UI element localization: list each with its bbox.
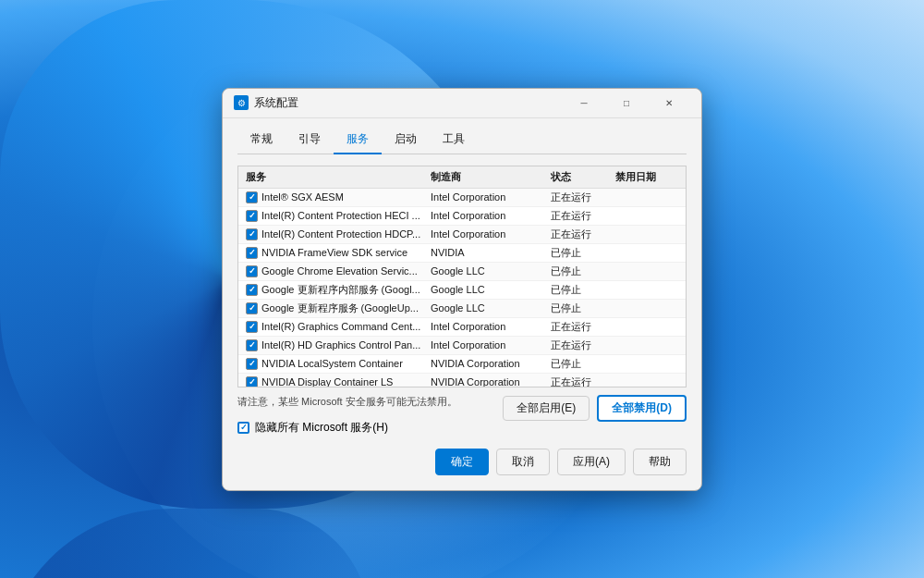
apply-button[interactable]: 应用(A) bbox=[557, 449, 626, 475]
service-name-cell: Google Chrome Elevation Servic... bbox=[246, 265, 431, 277]
table-row[interactable]: Intel(R) Content Protection HECI ... Int… bbox=[238, 207, 686, 226]
service-status-cell: 已停止 bbox=[551, 301, 615, 315]
cancel-button[interactable]: 取消 bbox=[496, 449, 550, 475]
minimize-button[interactable]: ─ bbox=[563, 88, 605, 117]
service-name-cell: Intel(R) HD Graphics Control Pan... bbox=[246, 339, 431, 351]
tab-tools[interactable]: 工具 bbox=[430, 126, 478, 154]
title-bar: ⚙ 系统配置 ─ □ ✕ bbox=[223, 89, 701, 118]
service-name-cell: Intel® SGX AESM bbox=[246, 191, 431, 203]
table-row[interactable]: Google Chrome Elevation Servic... Google… bbox=[238, 263, 686, 281]
enable-all-button[interactable]: 全部启用(E) bbox=[503, 396, 590, 421]
table-row[interactable]: Google 更新程序内部服务 (Googl... Google LLC 已停止 bbox=[238, 281, 686, 300]
service-status-cell: 已停止 bbox=[551, 283, 615, 297]
table-row[interactable]: Google 更新程序服务 (GoogleUp... Google LLC 已停… bbox=[238, 300, 686, 318]
service-rows-container: Intel® SGX AESM Intel Corporation 正在运行 I… bbox=[238, 189, 686, 387]
maximize-button[interactable]: □ bbox=[605, 88, 648, 117]
disable-all-button[interactable]: 全部禁用(D) bbox=[597, 395, 687, 422]
table-row[interactable]: Intel® SGX AESM Intel Corporation 正在运行 bbox=[238, 189, 686, 207]
service-name-cell: Intel(R) Content Protection HECI ... bbox=[246, 210, 431, 222]
service-checkbox[interactable] bbox=[246, 302, 258, 314]
service-checkbox[interactable] bbox=[246, 358, 258, 370]
service-status-cell: 正在运行 bbox=[551, 191, 615, 204]
service-status-cell: 已停止 bbox=[551, 246, 615, 260]
dialog-title: 系统配置 bbox=[254, 95, 563, 111]
service-vendor-cell: Google LLC bbox=[431, 284, 551, 295]
service-checkbox[interactable] bbox=[246, 247, 258, 259]
col-vendor: 制造商 bbox=[431, 170, 551, 184]
dialog-icon: ⚙ bbox=[234, 95, 249, 110]
hide-microsoft-checkbox[interactable] bbox=[237, 422, 249, 434]
service-vendor-cell: Intel Corporation bbox=[431, 339, 551, 350]
service-status-cell: 正在运行 bbox=[551, 228, 615, 241]
service-checkbox[interactable] bbox=[246, 339, 258, 351]
tab-boot[interactable]: 引导 bbox=[286, 126, 334, 154]
service-checkbox[interactable] bbox=[246, 210, 258, 222]
service-name-cell: NVIDIA LocalSystem Container bbox=[246, 358, 431, 370]
tab-bar: 常规 引导 服务 启动 工具 bbox=[237, 126, 687, 154]
notice-text: 请注意，某些 Microsoft 安全服务可能无法禁用。 全部启用(E) 全部禁… bbox=[237, 395, 687, 409]
col-status: 状态 bbox=[551, 170, 615, 184]
col-service: 服务 bbox=[246, 170, 431, 184]
service-checkbox[interactable] bbox=[246, 265, 258, 277]
table-row[interactable]: NVIDIA Display Container LS NVIDIA Corpo… bbox=[238, 374, 686, 387]
table-row[interactable]: Intel(R) Content Protection HDCP... Inte… bbox=[238, 226, 686, 244]
service-vendor-cell: Google LLC bbox=[431, 265, 551, 277]
tab-startup[interactable]: 启动 bbox=[382, 126, 430, 154]
service-status-cell: 正在运行 bbox=[551, 375, 615, 387]
service-name-cell: Intel(R) Content Protection HDCP... bbox=[246, 228, 431, 240]
ok-button[interactable]: 确定 bbox=[435, 449, 489, 475]
service-status-cell: 已停止 bbox=[551, 357, 615, 371]
service-status-cell: 已停止 bbox=[551, 264, 615, 278]
service-name-cell: Google 更新程序服务 (GoogleUp... bbox=[246, 301, 431, 315]
service-status-cell: 正在运行 bbox=[551, 209, 615, 223]
service-vendor-cell: NVIDIA Corporation bbox=[431, 376, 551, 387]
service-vendor-cell: NVIDIA bbox=[431, 247, 551, 258]
dialog-overlay: ⚙ 系统配置 ─ □ ✕ 常规 引导 服务 启动 工具 服务 制造商 bbox=[0, 0, 924, 578]
services-table: 服务 制造商 状态 禁用日期 Intel® SGX AESM Intel Cor… bbox=[237, 166, 687, 387]
close-button[interactable]: ✕ bbox=[648, 88, 690, 117]
table-header: 服务 制造商 状态 禁用日期 bbox=[238, 166, 686, 189]
service-vendor-cell: Intel Corporation bbox=[431, 210, 551, 221]
service-name-cell: Google 更新程序内部服务 (Googl... bbox=[246, 283, 431, 297]
col-disabled: 禁用日期 bbox=[615, 170, 687, 184]
service-checkbox[interactable] bbox=[246, 191, 258, 203]
table-row[interactable]: NVIDIA LocalSystem Container NVIDIA Corp… bbox=[238, 355, 686, 374]
service-vendor-cell: Google LLC bbox=[431, 302, 551, 314]
table-row[interactable]: NVIDIA FrameView SDK service NVIDIA 已停止 bbox=[238, 244, 686, 263]
service-vendor-cell: Intel Corporation bbox=[431, 191, 551, 203]
service-status-cell: 正在运行 bbox=[551, 338, 615, 352]
system-config-dialog: ⚙ 系统配置 ─ □ ✕ 常规 引导 服务 启动 工具 服务 制造商 bbox=[222, 88, 702, 491]
service-checkbox[interactable] bbox=[246, 228, 258, 240]
service-checkbox[interactable] bbox=[246, 284, 258, 296]
service-vendor-cell: Intel Corporation bbox=[431, 228, 551, 240]
service-vendor-cell: NVIDIA Corporation bbox=[431, 358, 551, 369]
table-row[interactable]: Intel(R) Graphics Command Cent... Intel … bbox=[238, 318, 686, 337]
hide-microsoft-row: 隐藏所有 Microsoft 服务(H) bbox=[237, 420, 503, 436]
table-row[interactable]: Intel(R) HD Graphics Control Pan... Inte… bbox=[238, 337, 686, 355]
dialog-footer: 确定 取消 应用(A) 帮助 bbox=[237, 449, 687, 475]
service-name-cell: NVIDIA FrameView SDK service bbox=[246, 247, 431, 259]
service-checkbox[interactable] bbox=[246, 321, 258, 333]
tab-services[interactable]: 服务 bbox=[334, 126, 382, 154]
title-bar-controls: ─ □ ✕ bbox=[563, 88, 690, 117]
service-name-cell: Intel(R) Graphics Command Cent... bbox=[246, 321, 431, 333]
help-button[interactable]: 帮助 bbox=[633, 449, 687, 475]
tab-general[interactable]: 常规 bbox=[237, 126, 286, 154]
hide-microsoft-label: 隐藏所有 Microsoft 服务(H) bbox=[255, 420, 388, 436]
service-checkbox[interactable] bbox=[246, 376, 258, 387]
service-vendor-cell: Intel Corporation bbox=[431, 321, 551, 332]
service-name-cell: NVIDIA Display Container LS bbox=[246, 376, 431, 387]
service-status-cell: 正在运行 bbox=[551, 320, 615, 334]
dialog-body: 常规 引导 服务 启动 工具 服务 制造商 状态 禁用日期 Intel® SGX… bbox=[223, 118, 701, 490]
